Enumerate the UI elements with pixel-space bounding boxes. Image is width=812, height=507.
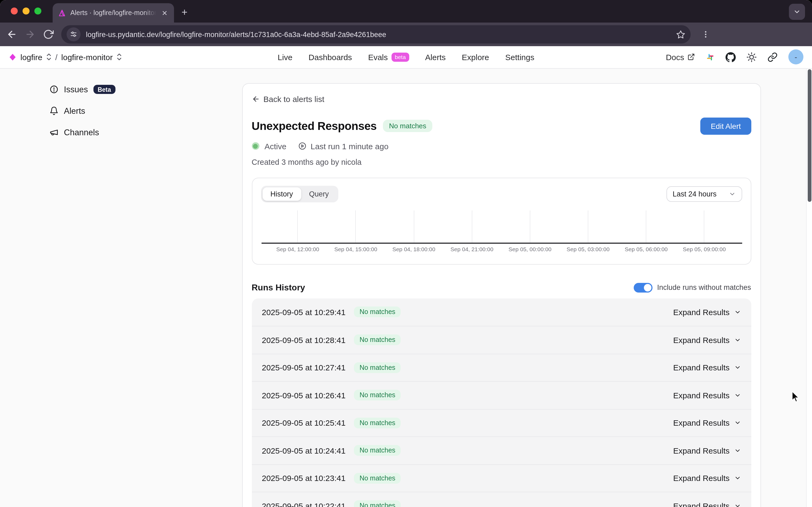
close-tab-icon[interactable]: ✕: [161, 8, 169, 17]
nav-dashboards[interactable]: Dashboards: [309, 53, 352, 62]
updown-chevron-icon[interactable]: [46, 53, 52, 61]
run-row: 2025-09-05 at 10:24:41 No matches Expand…: [252, 436, 751, 464]
x-tick-label: Sep 05, 00:00:00: [508, 245, 551, 252]
chart-gridline: [530, 210, 530, 242]
forward-icon[interactable]: [25, 29, 36, 40]
history-query-tabs: History Query: [261, 185, 339, 202]
chevron-down-icon: [793, 8, 801, 15]
back-icon[interactable]: [6, 29, 17, 40]
expand-results-button[interactable]: Expand Results: [673, 363, 741, 372]
address-bar[interactable]: logfire-us.pydantic.dev/logfire/logfire-…: [61, 25, 691, 44]
alert-history-chart[interactable]: [261, 210, 742, 243]
run-timestamp: 2025-09-05 at 10:23:41: [262, 474, 345, 483]
run-timestamp: 2025-09-05 at 10:24:41: [262, 446, 345, 455]
chevron-down-icon: [734, 364, 741, 371]
github-icon[interactable]: [725, 52, 736, 62]
theme-sun-icon[interactable]: [747, 52, 757, 62]
run-timestamp: 2025-09-05 at 10:22:41: [262, 501, 345, 507]
time-range-value: Last 24 hours: [672, 190, 717, 198]
minimize-window-button[interactable]: [22, 7, 30, 14]
tab-search-button[interactable]: [789, 4, 805, 20]
active-label: Active: [265, 142, 286, 151]
user-avatar[interactable]: -: [789, 50, 803, 65]
zoom-window-button[interactable]: [34, 7, 41, 14]
site-settings-icon[interactable]: [67, 27, 80, 41]
run-timestamp: 2025-09-05 at 10:28:41: [262, 336, 345, 345]
chevron-down-icon: [734, 308, 741, 316]
chart-gridline: [356, 210, 356, 242]
chevron-down-icon: [734, 502, 741, 507]
chevron-down-icon: [734, 419, 741, 427]
tab-query[interactable]: Query: [301, 187, 337, 201]
close-window-button[interactable]: [11, 7, 18, 14]
url-text[interactable]: logfire-us.pydantic.dev/logfire/logfire-…: [86, 30, 671, 38]
external-link-icon: [688, 53, 695, 61]
sidebar-item-channels[interactable]: Channels: [49, 127, 242, 137]
expand-results-button[interactable]: Expand Results: [673, 501, 741, 507]
scrollbar-track[interactable]: [806, 69, 812, 507]
edit-alert-button[interactable]: Edit Alert: [701, 117, 751, 134]
slack-icon[interactable]: [706, 53, 715, 62]
run-status-badge: No matches: [354, 445, 400, 456]
chevron-down-icon: [728, 190, 736, 197]
sidebar-item-issues[interactable]: Issues Beta: [49, 84, 242, 94]
sidebar-item-alerts[interactable]: Alerts: [49, 106, 242, 116]
browser-tab[interactable]: Alerts · logfire/logfire-monitor ✕: [53, 3, 174, 22]
expand-results-button[interactable]: Expand Results: [673, 418, 741, 428]
created-by-text: Created 3 months ago by nicola: [252, 158, 751, 166]
org-selector[interactable]: logfire: [20, 53, 42, 62]
run-row: 2025-09-05 at 10:22:41 No matches Expand…: [252, 492, 751, 507]
chart-gridline: [588, 210, 588, 242]
browser-menu-icon[interactable]: [701, 30, 710, 39]
x-tick-label: Sep 05, 09:00:00: [683, 245, 726, 252]
alert-status-badge: No matches: [383, 120, 432, 132]
nav-live[interactable]: Live: [278, 53, 292, 62]
back-to-alerts-link[interactable]: Back to alerts list: [252, 94, 751, 103]
chart-gridline: [297, 210, 298, 242]
nav-evals[interactable]: Evalsbeta: [368, 53, 409, 62]
window-controls[interactable]: [11, 7, 41, 14]
expand-results-button[interactable]: Expand Results: [673, 336, 741, 345]
reload-icon[interactable]: [43, 29, 54, 40]
arrow-left-icon: [252, 95, 260, 103]
expand-results-button[interactable]: Expand Results: [673, 474, 741, 483]
chart-gridline: [472, 210, 472, 242]
share-link-icon[interactable]: [767, 52, 778, 62]
nav-settings[interactable]: Settings: [505, 53, 534, 62]
chevron-down-icon: [734, 337, 741, 344]
chart-gridline: [646, 210, 647, 242]
chart-gridline: [704, 210, 705, 242]
header-actions: Docs -: [666, 50, 803, 65]
sidebar-item-label: Alerts: [64, 106, 85, 116]
new-tab-button[interactable]: +: [181, 6, 187, 18]
runs-history-header: Runs History Include runs without matche…: [252, 283, 751, 292]
x-tick-label: Sep 05, 03:00:00: [566, 245, 609, 252]
time-range-select[interactable]: Last 24 hours: [666, 186, 742, 202]
run-status-badge: No matches: [354, 501, 400, 507]
run-status-badge: No matches: [354, 473, 400, 484]
scrollbar-thumb[interactable]: [807, 69, 811, 202]
expand-results-button[interactable]: Expand Results: [673, 307, 741, 317]
updown-chevron-icon[interactable]: [116, 53, 122, 61]
sidebar-item-label: Issues: [64, 84, 88, 94]
nav-explore[interactable]: Explore: [462, 53, 489, 62]
x-tick-label: Sep 04, 15:00:00: [334, 245, 377, 252]
page-content: Issues Beta Alerts Channels Back to aler…: [0, 68, 812, 507]
x-tick-label: Sep 04, 12:00:00: [276, 245, 319, 252]
tab-history[interactable]: History: [262, 187, 301, 201]
expand-results-button[interactable]: Expand Results: [673, 391, 741, 400]
include-runs-toggle-group: Include runs without matches: [634, 283, 751, 292]
browser-window: Alerts · logfire/logfire-monitor ✕ + log…: [0, 0, 812, 507]
expand-results-button[interactable]: Expand Results: [673, 446, 741, 455]
megaphone-icon: [49, 128, 59, 137]
play-circle-icon: [298, 142, 307, 150]
alert-detail-card: Back to alerts list Unexpected Responses…: [242, 83, 761, 507]
project-selector[interactable]: logfire-monitor: [61, 53, 113, 62]
bookmark-star-icon[interactable]: [676, 30, 685, 39]
docs-link[interactable]: Docs: [666, 53, 695, 62]
tab-strip: Alerts · logfire/logfire-monitor ✕ +: [0, 0, 812, 22]
chart-x-axis: [261, 242, 742, 243]
browser-toolbar: logfire-us.pydantic.dev/logfire/logfire-…: [0, 22, 812, 46]
nav-alerts[interactable]: Alerts: [425, 53, 446, 62]
include-runs-toggle[interactable]: [634, 283, 652, 292]
